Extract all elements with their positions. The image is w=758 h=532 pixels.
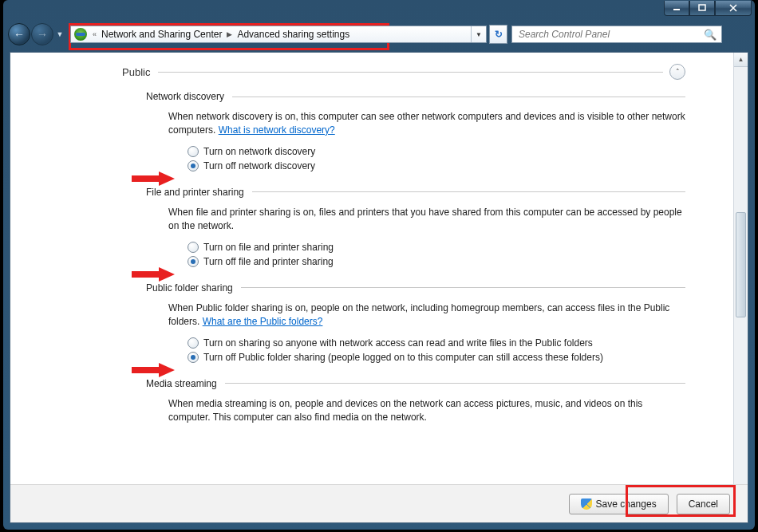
help-link-public-folders[interactable]: What are the Public folders? [203, 316, 323, 327]
radio-icon [188, 146, 199, 157]
close-button[interactable] [715, 1, 752, 16]
section-title: Public folder sharing [146, 282, 233, 294]
breadcrumb-parent[interactable]: Network and Sharing Center [99, 26, 224, 43]
annotation-arrow-icon [132, 363, 175, 377]
radio-icon [188, 352, 199, 363]
radio-label: Turn off file and printer sharing [203, 255, 334, 268]
radio-icon [188, 337, 199, 349]
save-changes-button[interactable]: Save changes [569, 494, 669, 514]
arrow-right-icon: → [37, 29, 48, 40]
radio-label: Turn off network discovery [203, 160, 315, 172]
radio-icon [188, 256, 199, 267]
button-label: Cancel [689, 499, 718, 510]
section-title: File and printer sharing [146, 187, 244, 198]
radio-icon [188, 242, 199, 253]
content-pane: Public ˄ Network discovery When network … [10, 53, 733, 484]
section-public-folder-sharing: Public folder sharing When Public folder… [146, 282, 685, 364]
window-controls [664, 1, 752, 16]
chevron-right-icon: ▶ [224, 30, 235, 38]
recent-pages-dropdown[interactable]: ▼ [54, 26, 65, 42]
button-label: Save changes [596, 499, 657, 510]
address-bar[interactable]: « Network and Sharing Center ▶ Advanced … [70, 26, 487, 43]
radio-public-folder-on[interactable]: Turn on sharing so anyone with network a… [188, 337, 685, 349]
section-description: When media streaming is on, people and d… [168, 397, 685, 424]
section-network-discovery: Network discovery When network discovery… [146, 91, 685, 172]
control-panel-icon [74, 28, 87, 41]
minimize-button[interactable] [664, 1, 689, 16]
radio-label: Turn on network discovery [203, 145, 315, 158]
control-panel-window: ← → ▼ « Network and Sharing Center ▶ Adv… [3, 0, 755, 530]
refresh-button[interactable]: ↻ [489, 25, 507, 44]
section-file-printer-sharing: File and printer sharing When file and p… [146, 187, 685, 268]
profile-name: Public [122, 66, 150, 78]
search-input[interactable] [517, 28, 704, 41]
client-area: Public ˄ Network discovery When network … [10, 52, 748, 523]
section-description: When file and printer sharing is on, fil… [168, 206, 685, 233]
radio-label: Turn on sharing so anyone with network a… [203, 337, 593, 349]
annotation-arrow-icon [132, 267, 175, 282]
radio-public-folder-off[interactable]: Turn off Public folder sharing (people l… [188, 351, 685, 364]
maximize-button[interactable] [689, 1, 715, 16]
search-box[interactable]: 🔍 [511, 26, 722, 43]
collapse-button[interactable]: ˄ [669, 64, 685, 80]
scroll-thumb[interactable] [736, 212, 746, 317]
footer-bar: Save changes Cancel [10, 484, 748, 522]
radio-icon [188, 160, 199, 171]
address-dropdown[interactable]: ▼ [471, 26, 486, 42]
profile-header: Public ˄ [122, 64, 685, 80]
forward-button[interactable]: → [31, 23, 53, 45]
cancel-button[interactable]: Cancel [677, 494, 730, 514]
refresh-icon: ↻ [495, 29, 503, 40]
chevron-up-icon: ˄ [676, 68, 680, 76]
shield-icon [581, 499, 592, 510]
radio-network-discovery-on[interactable]: Turn on network discovery [188, 145, 685, 158]
breadcrumb-current[interactable]: Advanced sharing settings [235, 26, 352, 43]
radio-label: Turn off Public folder sharing (people l… [203, 351, 603, 364]
radio-network-discovery-off[interactable]: Turn off network discovery [188, 160, 685, 172]
nav-arrows: ← → ▼ [8, 23, 65, 45]
vertical-scrollbar[interactable]: ▲ ▼ [733, 53, 748, 522]
arrow-left-icon: ← [14, 29, 25, 40]
help-link-network-discovery[interactable]: What is network discovery? [219, 124, 335, 136]
search-icon[interactable]: 🔍 [704, 29, 717, 41]
svg-rect-1 [699, 5, 705, 10]
section-description: When Public folder sharing is on, people… [168, 301, 685, 329]
titlebar [3, 0, 755, 21]
navigation-row: ← → ▼ « Network and Sharing Center ▶ Adv… [3, 21, 755, 48]
annotation-arrow-icon [132, 171, 175, 186]
radio-label: Turn on file and printer sharing [203, 241, 334, 254]
section-title: Network discovery [146, 91, 224, 102]
chevron-left-icon: « [90, 30, 99, 38]
scroll-up-button[interactable]: ▲ [734, 53, 748, 67]
back-button[interactable]: ← [8, 23, 30, 45]
section-media-streaming: Media streaming When media streaming is … [146, 378, 685, 424]
svg-rect-0 [673, 9, 680, 10]
section-title: Media streaming [146, 378, 217, 389]
radio-file-printer-off[interactable]: Turn off file and printer sharing [188, 255, 685, 268]
section-description: When network discovery is on, this compu… [168, 110, 685, 137]
radio-file-printer-on[interactable]: Turn on file and printer sharing [188, 241, 685, 254]
